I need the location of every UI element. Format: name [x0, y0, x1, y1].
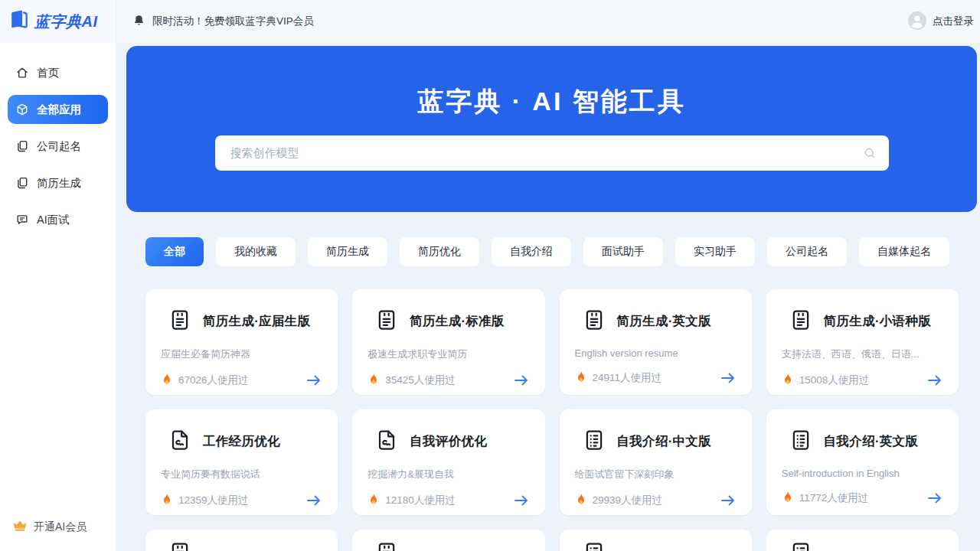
flame-icon — [368, 493, 380, 507]
tool-description: 支持法语、西语、俄语、日语... — [782, 347, 943, 361]
tool-description: 挖掘潜力&展现自我 — [368, 468, 529, 481]
announcement: 限时活动！免费领取蓝字典VIP会员 — [132, 14, 314, 29]
tool-title: 自我介绍·中文版 — [617, 433, 711, 450]
flame-icon — [161, 373, 173, 387]
tool-card[interactable]: 简历生成·英文版 English version resume 24911人使用… — [560, 289, 752, 395]
flame-icon — [368, 373, 380, 387]
filter-tab[interactable]: 公司起名 — [767, 237, 847, 266]
tool-card-head: 简历生成·小语种版 — [782, 308, 943, 334]
filter-tab-label: 面试助手 — [602, 245, 645, 259]
search-icon[interactable] — [863, 146, 877, 160]
sidebar-item-icon — [15, 176, 29, 190]
tool-usage-count: 11772人使用过 — [799, 491, 869, 505]
flame-icon — [782, 491, 794, 505]
filter-tab-label: 我的收藏 — [234, 245, 277, 259]
sidebar-item-icon — [15, 213, 29, 227]
arrow-right-icon[interactable] — [513, 494, 530, 507]
bell-icon — [132, 14, 145, 29]
content: 蓝字典 · AI 智能工具 全部 我的收藏 简历生成 简历优化 自我介绍 面试助… — [116, 43, 980, 551]
sidebar-item-icon — [15, 66, 29, 80]
crown-icon — [12, 518, 28, 536]
tool-icon — [375, 541, 398, 551]
sidebar-item-label: 公司起名 — [37, 139, 81, 154]
tool-card[interactable]: 自我介绍·英文版 Self-introduction in English 11… — [766, 409, 959, 515]
sidebar-item[interactable]: 简历生成 — [8, 168, 108, 197]
tool-usage-count: 35425人使用过 — [385, 373, 456, 387]
filter-tab-label: 简历生成 — [326, 245, 369, 259]
tool-title: 简历生成·英文版 — [617, 313, 711, 330]
card-partial[interactable] — [352, 530, 544, 551]
filter-tab-label: 简历优化 — [418, 245, 461, 259]
sidebar-item-icon — [15, 103, 29, 116]
flame-icon — [161, 493, 173, 507]
tool-icon — [789, 541, 812, 551]
sidebar-item[interactable]: 公司起名 — [8, 132, 108, 161]
tool-card-head: 工作经历优化 — [161, 429, 322, 455]
filter-tab[interactable]: 自我介绍 — [492, 237, 571, 266]
search-bar — [215, 135, 889, 171]
tool-description: 极速生成求职专业简历 — [368, 347, 529, 361]
search-input[interactable] — [230, 146, 863, 159]
tool-usage-count: 29939人使用过 — [593, 494, 663, 507]
tool-title: 简历生成·小语种版 — [824, 313, 931, 330]
cards-grid: 简历生成·应届生版 应届生必备简历神器 67026人使用过 简历生成·标准版 极… — [145, 289, 959, 515]
tool-description: 专业简历要有数据说话 — [161, 468, 322, 481]
sidebar-item-icon — [15, 139, 29, 153]
tool-card-head: 简历生成·标准版 — [368, 308, 529, 334]
tool-card-head: 自我介绍·中文版 — [575, 429, 737, 455]
sidebar-menu: 首页 全部应用 公司起名 简历生成 AI面试 — [0, 43, 116, 518]
filter-tab[interactable]: 面试助手 — [583, 237, 663, 266]
cards-grid-partial — [145, 530, 959, 551]
card-partial[interactable] — [766, 530, 959, 551]
tool-icon — [168, 308, 191, 334]
tool-card-foot: 29939人使用过 — [575, 493, 737, 507]
arrow-right-icon[interactable] — [305, 494, 322, 507]
tool-description: 给面试官留下深刻印象 — [575, 468, 737, 481]
filter-tab[interactable]: 实习助手 — [675, 237, 755, 266]
arrow-right-icon[interactable] — [720, 372, 737, 384]
tool-usage-count: 12180人使用过 — [385, 494, 456, 507]
sidebar-item[interactable]: 首页 — [8, 58, 108, 87]
sidebar-item[interactable]: 全部应用 — [8, 95, 108, 124]
app-logo[interactable]: 蓝字典AI — [0, 0, 116, 43]
tool-usage-count: 67026人使用过 — [178, 373, 249, 387]
tool-card[interactable]: 工作经历优化 专业简历要有数据说话 12359人使用过 — [145, 409, 338, 515]
tool-card[interactable]: 简历生成·小语种版 支持法语、西语、俄语、日语... 15008人使用过 — [766, 289, 959, 395]
tool-card-foot: 35425人使用过 — [368, 373, 529, 387]
login-button[interactable]: 点击登录 — [907, 11, 975, 33]
tool-card[interactable]: 简历生成·标准版 极速生成求职专业简历 35425人使用过 — [352, 289, 544, 395]
tool-title: 自我介绍·英文版 — [824, 433, 918, 450]
avatar-icon — [907, 11, 927, 33]
sidebar-item[interactable]: AI面试 — [8, 205, 108, 234]
filter-tab[interactable]: 自媒体起名 — [859, 237, 949, 266]
flame-icon — [575, 370, 587, 385]
card-partial[interactable] — [145, 530, 338, 551]
filter-tab-label: 全部 — [164, 245, 185, 259]
tool-card[interactable]: 自我介绍·中文版 给面试官留下深刻印象 29939人使用过 — [560, 409, 752, 515]
filter-tab[interactable]: 全部 — [145, 237, 204, 266]
tool-card-head: 自我评价优化 — [368, 429, 529, 455]
filter-tab[interactable]: 简历优化 — [400, 237, 479, 266]
tool-icon — [168, 541, 191, 551]
open-vip-link[interactable]: 开通AI会员 — [0, 518, 116, 551]
arrow-right-icon[interactable] — [720, 494, 737, 507]
tool-card[interactable]: 自我评价优化 挖掘潜力&展现自我 12180人使用过 — [352, 409, 544, 515]
filter-tab-label: 实习助手 — [694, 245, 737, 259]
sidebar: 蓝字典AI 首页 全部应用 公司起名 简历生成 AI面试 开通AI会员 — [0, 0, 116, 551]
book-logo-icon — [8, 8, 31, 34]
tool-card-head: 简历生成·应届生版 — [161, 308, 322, 334]
arrow-right-icon[interactable] — [926, 374, 943, 386]
tool-icon — [583, 308, 606, 334]
tool-card[interactable]: 简历生成·应届生版 应届生必备简历神器 67026人使用过 — [145, 289, 338, 395]
filter-tab[interactable]: 简历生成 — [308, 237, 387, 266]
arrow-right-icon[interactable] — [513, 374, 530, 386]
flame-icon — [575, 493, 587, 507]
card-partial[interactable] — [560, 530, 752, 551]
sidebar-item-label: AI面试 — [37, 213, 70, 227]
sidebar-item-label: 全部应用 — [37, 103, 81, 117]
filter-tab[interactable]: 我的收藏 — [216, 237, 296, 266]
arrow-right-icon[interactable] — [305, 374, 322, 386]
arrow-right-icon[interactable] — [926, 492, 943, 504]
filter-tab-label: 公司起名 — [786, 245, 828, 259]
tool-card-foot: 11772人使用过 — [782, 491, 943, 505]
